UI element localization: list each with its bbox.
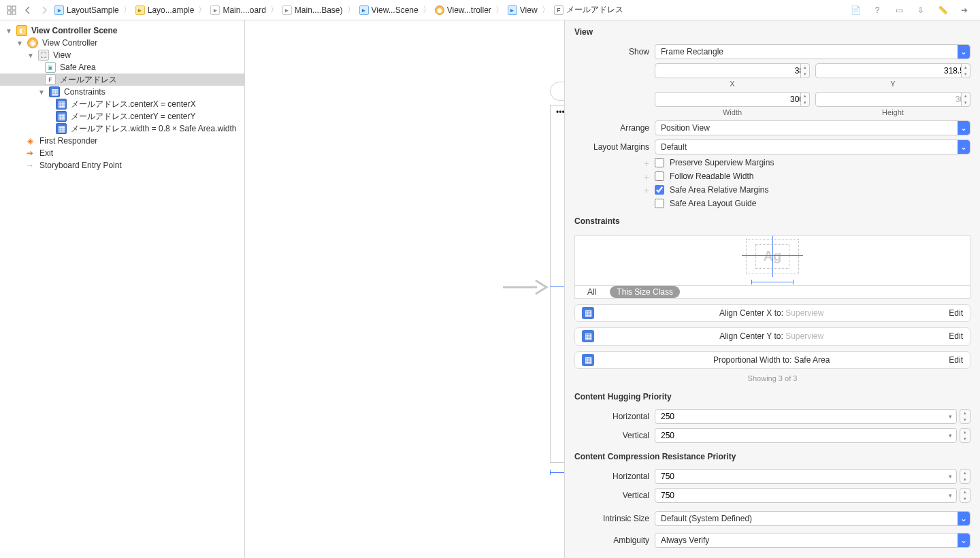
constraint-row[interactable]: ▦Proportional Width to: Safe AreaEdit (574, 351, 970, 369)
outline-constraint-item[interactable]: ▦メールアドレス.centerX = centerX (0, 98, 244, 110)
back-button[interactable] (20, 3, 35, 18)
crumb[interactable]: ◉View...troller (432, 5, 494, 15)
stepper[interactable]: ▴▾ (960, 469, 970, 484)
outline-exit[interactable]: ➔Exit (0, 147, 244, 159)
seg-all[interactable]: All (581, 286, 603, 298)
crumb-label: View...troller (447, 5, 491, 15)
crumb-icon: ▸ (135, 5, 145, 15)
checkbox-label: Safe Area Layout Guide (670, 199, 756, 208)
stepper[interactable]: ▴▾ (961, 92, 970, 107)
disclosure-icon[interactable]: ▼ (5, 27, 12, 35)
chevron-down-icon: ⌄ (958, 512, 970, 525)
edit-button[interactable]: Edit (949, 331, 963, 341)
scene-dock[interactable] (550, 82, 565, 101)
ambiguity-select[interactable]: Always Verify⌄ (655, 533, 970, 548)
crumb[interactable]: ▸Layo...ample (133, 5, 197, 15)
outline-entry-point[interactable]: →Storyboard Entry Point (0, 159, 244, 171)
safearea-guide-checkbox[interactable]: Safe Area Layout Guide (655, 199, 756, 208)
outline-safearea[interactable]: ▣Safe Area (0, 61, 244, 73)
constraint-row[interactable]: ▦Align Center X to: SuperviewEdit (574, 304, 970, 322)
hug-v-field[interactable]: 250 (655, 428, 957, 443)
row-readable: +Follow Readable Width (565, 170, 980, 184)
label: Horizontal (574, 412, 649, 421)
checkbox-label: Follow Readable Width (670, 171, 753, 181)
stepper[interactable]: ▴▾ (961, 63, 970, 78)
x-input[interactable] (661, 66, 804, 76)
outline-constraints[interactable]: ▼▦Constraints (0, 86, 244, 98)
y-field[interactable]: ▴▾ (815, 63, 970, 78)
constraint-text: Align Center Y to: Superview (601, 331, 942, 341)
crumb[interactable]: ▸View (505, 5, 540, 15)
related-items-icon[interactable] (4, 3, 19, 18)
outline-first-responder[interactable]: ◈First Responder (0, 135, 244, 147)
plus-icon[interactable]: + (574, 158, 649, 169)
device-frame[interactable]: ••• 9:41 AM (550, 105, 565, 463)
crumb[interactable]: ▸LayoutSample (52, 5, 122, 15)
x-field[interactable]: ▴▾ (655, 63, 810, 78)
height-field[interactable]: ▴▾ (815, 92, 970, 107)
plus-icon[interactable]: + (574, 171, 649, 182)
disclosure-icon[interactable]: ▼ (27, 52, 34, 59)
comp-h-field[interactable]: 750 (655, 469, 957, 484)
constraint-row[interactable]: ▦Align Center Y to: SuperviewEdit (574, 327, 970, 345)
crumb[interactable]: ▸Main....oard (208, 5, 268, 15)
outline-scene[interactable]: ▼◧View Controller Scene (0, 24, 244, 37)
edit-button[interactable]: Edit (949, 355, 963, 365)
chevron-down-icon: ⌄ (958, 534, 970, 547)
show-select[interactable]: Frame Rectangle⌄ (655, 44, 970, 59)
hug-h-field[interactable]: 250 (655, 409, 957, 424)
row-comp-v: Vertical750▴▾ (565, 486, 980, 505)
margins-select[interactable]: Default⌄ (655, 140, 970, 154)
arrange-select[interactable]: Position View⌄ (655, 120, 970, 135)
label: Show (574, 47, 649, 56)
constraints-diagram[interactable]: Ag (574, 235, 970, 286)
vc-label: View Controller (42, 38, 97, 48)
disclosure-icon[interactable]: ▼ (16, 39, 23, 47)
readable-width-checkbox[interactable]: Follow Readable Width (655, 171, 753, 181)
section-header-compression: Content Compression Resistance Priority (565, 445, 980, 467)
width-field[interactable]: ▴▾ (655, 92, 810, 107)
plus-icon[interactable]: + (574, 185, 649, 196)
crumb[interactable]: ▸View...Scene (357, 5, 421, 15)
label: Layout Margins (574, 142, 649, 152)
document-outline[interactable]: ▼◧View Controller Scene ▼◉View Controlle… (0, 20, 245, 558)
entry-arrow-icon[interactable] (502, 278, 549, 299)
svg-rect-0 (7, 6, 11, 10)
view-icon (38, 50, 49, 61)
crumb-label: LayoutSample (67, 5, 119, 15)
y-input[interactable] (821, 66, 964, 76)
height-input[interactable] (821, 95, 964, 104)
seg-this-size-class[interactable]: This Size Class (610, 286, 680, 298)
row-hug-v: Vertical250▴▾ (565, 426, 980, 445)
constraint-label: メールアドレス.centerY = centerY (71, 111, 196, 122)
width-input[interactable] (661, 95, 804, 104)
select-value: Position View (661, 123, 710, 133)
stepper[interactable]: ▴▾ (960, 488, 970, 503)
stepper[interactable]: ▴▾ (960, 409, 970, 424)
safearea-label: Safe Area (60, 63, 96, 72)
preserve-margins-checkbox[interactable]: Preserve Superview Margins (655, 158, 774, 167)
stepper[interactable]: ▴▾ (960, 428, 970, 443)
comp-v-field[interactable]: 750 (655, 488, 957, 503)
outline-constraint-item[interactable]: ▦メールアドレス.centerY = centerY (0, 110, 244, 122)
crumb-icon: ▸ (54, 5, 64, 15)
outline-textfield[interactable]: Fメールアドレス (0, 73, 244, 86)
canvas[interactable]: ••• 9:41 AM メールアドレス (245, 20, 565, 558)
edit-button[interactable]: Edit (949, 308, 963, 318)
constraints-scope: All This Size Class (574, 286, 970, 299)
forward-button[interactable] (37, 3, 52, 18)
outline-vc[interactable]: ▼◉View Controller (0, 37, 244, 49)
intrinsic-select[interactable]: Default (System Defined)⌄ (655, 511, 970, 526)
stepper[interactable]: ▴▾ (800, 63, 810, 78)
scene-container[interactable]: ••• 9:41 AM (550, 82, 565, 463)
safearea-relative-checkbox[interactable]: Safe Area Relative Margins (655, 185, 768, 195)
entry-label: Storyboard Entry Point (39, 161, 122, 170)
crumb[interactable]: Fメールアドレス (551, 4, 626, 16)
outline-view[interactable]: ▼View (0, 49, 244, 61)
disclosure-icon[interactable]: ▼ (38, 88, 45, 96)
crumb[interactable]: ▸Main....Base) (280, 5, 346, 15)
checkbox-label: Preserve Superview Margins (670, 158, 774, 167)
outline-constraint-item[interactable]: ▦メールアドレス.width = 0.8 × Safe Area.width (0, 122, 244, 135)
stepper[interactable]: ▴▾ (800, 92, 810, 107)
row-show: Show Frame Rectangle⌄ (565, 42, 980, 61)
